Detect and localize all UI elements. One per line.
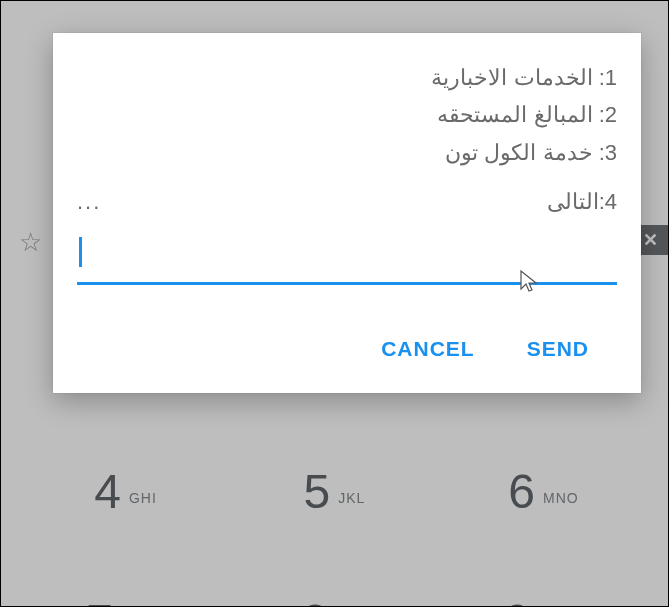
dialog-actions: CANCEL SEND [77, 325, 617, 379]
ussd-menu-item: 1: الخدمات الاخبارية [77, 59, 617, 96]
ussd-menu-item: 2: المبالغ المستحقه [77, 96, 617, 133]
ussd-input-wrap[interactable] [77, 235, 617, 285]
ussd-dialog: 1: الخدمات الاخبارية 2: المبالغ المستحقه… [53, 33, 641, 393]
cancel-button[interactable]: CANCEL [377, 331, 479, 367]
text-cursor [79, 237, 82, 267]
ussd-reply-input[interactable] [77, 235, 617, 285]
ussd-menu-item: 3: خدمة الكول تون [77, 134, 617, 171]
send-button[interactable]: SEND [523, 331, 593, 367]
truncation-dots: ... [77, 189, 617, 215]
